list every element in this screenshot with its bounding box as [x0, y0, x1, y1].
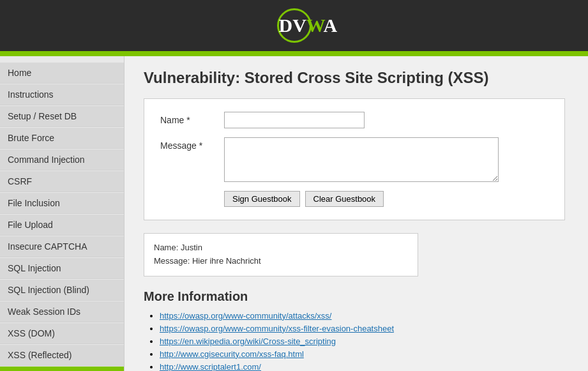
guestbook-message-label: Message:: [154, 256, 192, 266]
sidebar-item-file-upload[interactable]: File Upload: [0, 215, 124, 236]
page-title: Vulnerability: Stored Cross Site Scripti…: [144, 69, 569, 87]
message-label: Message *: [160, 137, 224, 151]
guestbook-entry: Name: Justin Message: Hier ihre Nachrich…: [144, 233, 418, 276]
more-info-list: https://owasp.org/www-community/attacks/…: [144, 310, 569, 371]
more-info-link[interactable]: https://owasp.org/www-community/xss-filt…: [160, 324, 394, 333]
sidebar-item-weak-session[interactable]: Weak Session IDs: [0, 301, 124, 322]
sidebar-item-csrf[interactable]: CSRF: [0, 171, 124, 192]
sidebar-item-command-injection[interactable]: Command Injection: [0, 149, 124, 170]
clear-guestbook-button[interactable]: Clear Guestbook: [305, 191, 384, 207]
sidebar-item-home[interactable]: Home: [0, 63, 124, 84]
more-info-list-item: https://owasp.org/www-community/xss-filt…: [160, 323, 569, 333]
more-info-list-item: https://owasp.org/www-community/attacks/…: [160, 310, 569, 321]
guestbook-message: Message: Hier ihre Nachricht: [154, 255, 408, 268]
name-row: Name *: [160, 112, 548, 128]
xss-stored-form: Name * Message * Sign Guestbook Clear Gu…: [144, 98, 565, 220]
sidebar: HomeInstructionsSetup / Reset DBBrute Fo…: [0, 56, 124, 371]
green-bar: [0, 51, 588, 56]
sidebar-item-sql-injection-blind[interactable]: SQL Injection (Blind): [0, 280, 124, 301]
guestbook-message-value: Hier ihre Nachricht: [192, 256, 261, 266]
more-info-list-item: http://www.cgisecurity.com/xss-faq.html: [160, 349, 569, 359]
layout: HomeInstructionsSetup / Reset DBBrute Fo…: [0, 56, 588, 371]
name-input[interactable]: [224, 112, 365, 128]
more-info-section: More Information https://owasp.org/www-c…: [144, 289, 569, 371]
more-info-link[interactable]: http://www.scriptalert1.com/: [160, 362, 261, 371]
guestbook-name: Name: Justin: [154, 241, 408, 255]
more-info-link[interactable]: https://owasp.org/www-community/attacks/…: [160, 311, 331, 321]
more-info-link[interactable]: https://en.wikipedia.org/wiki/Cross-site…: [160, 337, 336, 346]
form-buttons: Sign Guestbook Clear Guestbook: [160, 191, 548, 207]
sidebar-item-setup[interactable]: Setup / Reset DB: [0, 106, 124, 127]
main-content: Vulnerability: Stored Cross Site Scripti…: [124, 56, 588, 371]
sign-guestbook-button[interactable]: Sign Guestbook: [224, 191, 300, 207]
sidebar-item-xss-dom[interactable]: XSS (DOM): [0, 323, 124, 344]
more-info-title: More Information: [144, 289, 569, 304]
sidebar-item-brute-force[interactable]: Brute Force: [0, 128, 124, 149]
sidebar-item-xss-reflected[interactable]: XSS (Reflected): [0, 345, 124, 366]
sidebar-item-sql-injection[interactable]: SQL Injection: [0, 258, 124, 279]
sidebar-item-file-inclusion[interactable]: File Inclusion: [0, 193, 124, 214]
guestbook-name-label: Name:: [154, 243, 181, 252]
guestbook-name-value: Justin: [181, 243, 202, 252]
more-info-list-item: https://en.wikipedia.org/wiki/Cross-site…: [160, 336, 569, 346]
sidebar-item-xss-stored[interactable]: XSS (Stored): [0, 367, 124, 371]
logo: DVWA: [277, 8, 312, 43]
message-textarea[interactable]: [224, 137, 499, 182]
sidebar-item-insecure-captcha[interactable]: Insecure CAPTCHA: [0, 236, 124, 257]
message-row: Message *: [160, 137, 548, 182]
logo-text: DVWA: [279, 15, 338, 36]
header: DVWA: [0, 0, 588, 51]
more-info-list-item: http://www.scriptalert1.com/: [160, 361, 569, 371]
name-label: Name *: [160, 112, 224, 125]
more-info-link[interactable]: http://www.cgisecurity.com/xss-faq.html: [160, 349, 304, 359]
sidebar-item-instructions[interactable]: Instructions: [0, 84, 124, 105]
